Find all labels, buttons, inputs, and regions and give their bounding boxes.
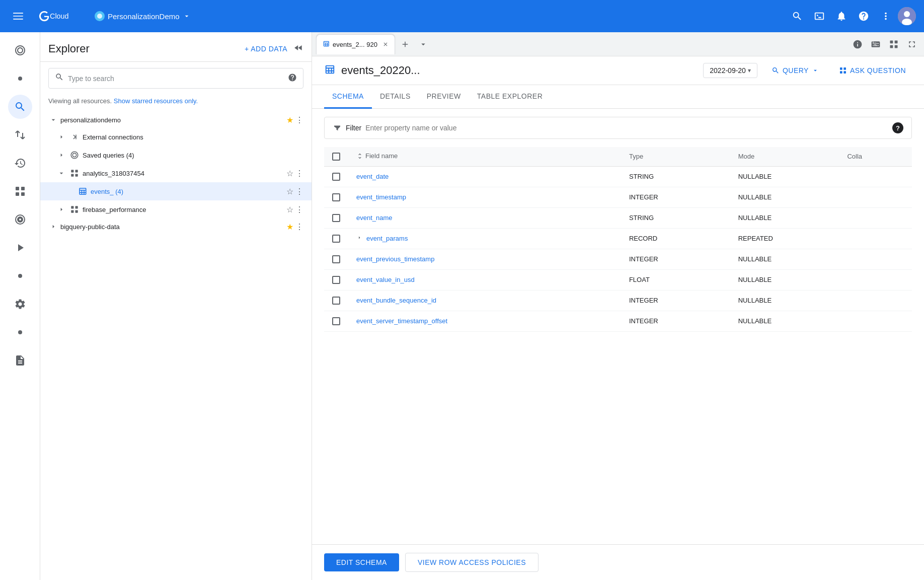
field-mode: NULLABLE — [730, 290, 839, 311]
dataset-icon — [68, 167, 81, 179]
add-data-button[interactable]: + ADD DATA — [245, 45, 287, 53]
explorer-search — [40, 62, 312, 95]
chevron-right-icon — [48, 222, 58, 232]
search-icon[interactable] — [787, 6, 807, 26]
row-checkbox[interactable] — [332, 255, 340, 263]
schema-table: Field name Type Mode Colla — [324, 147, 912, 332]
tree-item-personalizationdemo[interactable]: personalizationdemo ★ ⋮ — [40, 112, 312, 128]
field-name-link[interactable]: event_name — [356, 214, 393, 222]
hamburger-menu[interactable] — [8, 6, 28, 26]
search-help-icon[interactable] — [288, 73, 297, 84]
field-name-link[interactable]: event_server_timestamp_offset — [356, 317, 447, 325]
table-row: event_bundle_sequence_idINTEGERNULLABLE — [324, 290, 912, 311]
ask-question-button[interactable]: ASK QUESTION — [833, 62, 912, 79]
sidebar-item-transfer[interactable] — [8, 123, 32, 147]
row-checkbox[interactable] — [332, 173, 340, 181]
info-button[interactable] — [850, 36, 866, 52]
collapse-panel-button[interactable] — [293, 43, 303, 55]
tab-schema[interactable]: SCHEMA — [324, 85, 372, 109]
field-collation — [839, 228, 912, 249]
cloud-shell-icon[interactable] — [809, 6, 829, 26]
row-checkbox[interactable] — [332, 214, 340, 222]
tab-preview[interactable]: PREVIEW — [419, 85, 469, 109]
tab-details[interactable]: DETAILS — [372, 85, 419, 109]
more-options-icon[interactable]: ⋮ — [295, 222, 303, 232]
help-icon[interactable] — [854, 6, 874, 26]
tree-item-actions: ★ ⋮ — [286, 222, 303, 232]
dataset2-icon — [68, 203, 81, 215]
table-icon — [76, 185, 89, 197]
edit-schema-button[interactable]: EDIT SCHEMA — [324, 553, 399, 571]
query-button[interactable]: QUERY — [765, 62, 825, 79]
tab-dropdown-button[interactable] — [415, 36, 431, 52]
table-row: event_value_in_usdFLOATNULLABLE — [324, 269, 912, 290]
chevron-down-icon — [48, 115, 58, 125]
sidebar-item-overview[interactable] — [8, 38, 32, 62]
field-name-link[interactable]: event_value_in_usd — [356, 276, 415, 283]
row-checkbox[interactable] — [332, 193, 340, 201]
tree-item-external-connections[interactable]: External connections — [40, 128, 312, 146]
star-filled-icon[interactable]: ★ — [286, 115, 293, 125]
select-all-checkbox[interactable] — [332, 153, 340, 161]
sidebar-item-docs[interactable] — [8, 348, 32, 373]
date-selector[interactable]: 2022-09-20 ▾ — [703, 63, 757, 78]
search-input[interactable] — [68, 75, 284, 83]
more-options-icon[interactable]: ⋮ — [295, 187, 303, 196]
tab-events[interactable]: events_2... 920 — [316, 34, 395, 54]
star-empty-icon[interactable]: ☆ — [286, 187, 293, 196]
table-header: events_20220... 2022-09-20 ▾ QUERY ASK Q… — [312, 56, 924, 85]
field-name-link[interactable]: event_date — [356, 173, 389, 180]
svg-rect-9 — [21, 187, 25, 190]
star-empty-icon[interactable]: ☆ — [286, 205, 293, 214]
sidebar-item-analytics[interactable] — [8, 207, 32, 232]
sidebar-item-search[interactable] — [8, 95, 32, 119]
field-mode: NULLABLE — [730, 187, 839, 207]
row-checkbox[interactable] — [332, 297, 340, 305]
row-checkbox[interactable] — [332, 317, 340, 325]
starred-resources-link[interactable]: Show starred resources only. — [114, 97, 198, 105]
table-title: events_20220... — [341, 64, 420, 77]
tree-item-saved-queries[interactable]: Saved queries (4) — [40, 146, 312, 164]
star-empty-icon[interactable]: ☆ — [286, 169, 293, 178]
svg-rect-22 — [890, 45, 893, 48]
tree-item-actions: ☆ ⋮ — [286, 169, 303, 178]
sidebar-item-settings[interactable] — [8, 292, 32, 316]
view-row-access-button[interactable]: VIEW ROW ACCESS POLICIES — [405, 553, 538, 572]
sidebar-item-pipeline[interactable] — [8, 236, 32, 260]
user-avatar[interactable] — [898, 7, 916, 25]
notification-icon[interactable] — [831, 6, 852, 26]
field-mode: NULLABLE — [730, 311, 839, 331]
filter-help-icon[interactable]: ? — [892, 122, 903, 133]
tab-table-explorer[interactable]: TABLE EXPLORER — [469, 85, 551, 109]
filter-input[interactable] — [365, 124, 888, 132]
more-options-icon[interactable]: ⋮ — [295, 169, 303, 178]
fullscreen-button[interactable] — [904, 36, 920, 52]
keyboard-button[interactable] — [868, 36, 884, 52]
field-name-link[interactable]: event_bundle_sequence_id — [356, 297, 436, 304]
field-name-link[interactable]: event_params — [366, 235, 408, 242]
tree-item-firebase[interactable]: firebase_performance ☆ ⋮ — [40, 200, 312, 219]
svg-rect-14 — [71, 174, 73, 177]
expand-icon[interactable] — [356, 235, 362, 242]
field-type: STRING — [621, 207, 730, 228]
tree-item-events[interactable]: events_ (4) ☆ ⋮ — [40, 182, 312, 200]
svg-rect-12 — [71, 170, 73, 172]
tree-item-analytics[interactable]: analytics_318037454 ☆ ⋮ — [40, 164, 312, 182]
sidebar-item-scheduling[interactable] — [8, 179, 32, 203]
more-options-icon[interactable]: ⋮ — [295, 115, 303, 125]
project-selector[interactable]: PersonalizationDemo — [95, 11, 191, 21]
star-filled-icon[interactable]: ★ — [286, 222, 293, 232]
tree-item-bigquery-public[interactable]: bigquery-public-data ★ ⋮ — [40, 219, 312, 235]
add-tab-button[interactable] — [397, 36, 413, 52]
sidebar-item-history[interactable] — [8, 151, 32, 175]
table-chart-button[interactable] — [886, 36, 902, 52]
field-name-link[interactable]: event_previous_timestamp — [356, 255, 434, 263]
field-name-link[interactable]: event_timestamp — [356, 193, 406, 201]
tab-close-icon[interactable] — [382, 41, 389, 47]
filter-label: Filter — [346, 124, 361, 132]
row-checkbox[interactable] — [332, 235, 340, 243]
more-menu-icon[interactable] — [876, 6, 896, 26]
schema-tabs: SCHEMA DETAILS PREVIEW TABLE EXPLORER — [312, 85, 924, 109]
row-checkbox[interactable] — [332, 276, 340, 284]
more-options-icon[interactable]: ⋮ — [295, 205, 303, 214]
